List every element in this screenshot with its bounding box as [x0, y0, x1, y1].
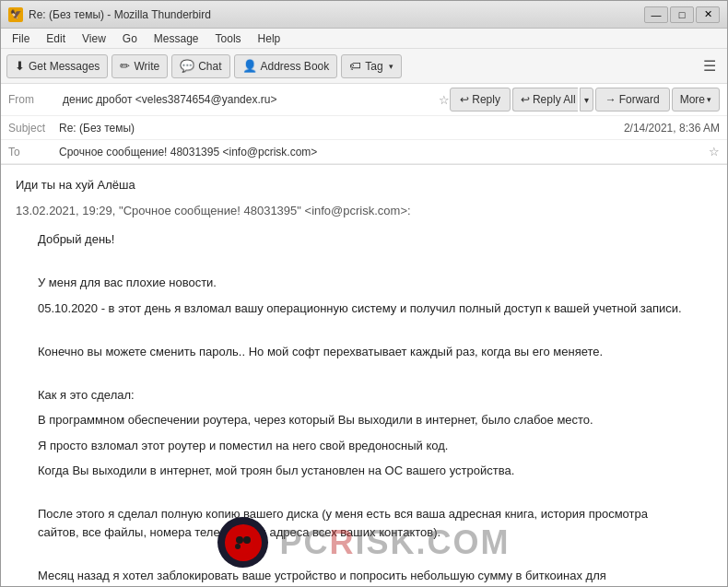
reply-all-dropdown-button[interactable]: ▾ [580, 88, 593, 112]
forward-button[interactable]: → Forward [595, 88, 670, 112]
write-button[interactable]: ✏ Write [112, 54, 168, 78]
para-password: Конечно вы можете сменить пароль.. Но мо… [38, 343, 688, 361]
title-bar: 🦅 Re: (Без темы) - Mozilla Thunderbird —… [1, 1, 727, 29]
chat-button[interactable]: 💬 Chat [171, 54, 229, 78]
reply-all-button[interactable]: ↩ Reply All [512, 88, 578, 112]
email-body-text: Иди ты на хуй Алёша 13.02.2021, 19:29, "… [16, 176, 688, 586]
para-exploit: Я просто взломал этот роутер и поместил … [38, 437, 688, 455]
reply-all-icon: ↩ [521, 93, 530, 106]
from-label: From [8, 93, 59, 106]
quoted-body: Добрый день! У меня для вас плохие новос… [38, 230, 688, 586]
para-bad-news: У меня для вас плохие новости. [38, 274, 688, 292]
main-window: 🦅 Re: (Без темы) - Mozilla Thunderbird —… [0, 0, 728, 587]
header-actions: ↩ Reply ↩ Reply All ▾ → Forward More ▾ [450, 88, 720, 112]
chat-icon: 💬 [180, 59, 194, 73]
window-title: Re: (Без темы) - Mozilla Thunderbird [29, 8, 211, 21]
subject-label: Subject [8, 122, 59, 135]
menu-edit[interactable]: Edit [39, 30, 73, 47]
tag-icon: 🏷 [349, 59, 361, 73]
para-router: В программном обеспечении роутера, через… [38, 411, 688, 429]
from-star-icon[interactable]: ☆ [439, 93, 450, 107]
email-date: 2/14/2021, 8:36 AM [624, 122, 720, 135]
tag-button[interactable]: 🏷 Tag ▾ [341, 54, 401, 78]
menu-help[interactable]: Help [251, 30, 288, 47]
title-bar-left: 🦅 Re: (Без темы) - Mozilla Thunderbird [8, 7, 211, 22]
address-book-icon: 👤 [242, 59, 257, 73]
from-value: денис дробот <veles3874654@yandex.ru> [63, 93, 431, 106]
app-icon: 🦅 [8, 7, 23, 22]
menu-file[interactable]: File [5, 30, 37, 47]
email-body-container[interactable]: Иди ты на хуй Алёша 13.02.2021, 19:29, "… [1, 165, 727, 586]
more-button[interactable]: More ▾ [672, 88, 720, 112]
para-copy: После этого я сделал полную копию вашего… [38, 505, 688, 541]
from-row: From денис дробот <veles3874654@yandex.r… [1, 84, 727, 116]
to-star-icon[interactable]: ☆ [709, 145, 720, 158]
menu-view[interactable]: View [75, 30, 113, 47]
to-row: To Срочное сообщение! 48031395 <info@pcr… [1, 140, 727, 164]
window-controls: — □ ✕ [644, 6, 720, 23]
reply-intro: 13.02.2021, 19:29, "Срочное сообщение! 4… [16, 202, 688, 220]
para-trojan: Когда Вы выходили в интернет, мой троян … [38, 462, 688, 480]
para-hack-date: 05.10.2020 - в этот день я взломал вашу … [38, 299, 688, 318]
menu-go[interactable]: Go [115, 30, 145, 47]
get-messages-icon: ⬇ [15, 59, 25, 73]
reply-all-dropdown-icon: ▾ [584, 95, 589, 105]
para-greeting: Добрый день! [38, 230, 688, 249]
subject-row: Subject Re: (Без темы) 2/14/2021, 8:36 A… [1, 116, 727, 140]
hamburger-menu[interactable]: ☰ [698, 54, 722, 77]
to-value: Срочное сообщение! 48031395 <info@pcrisk… [59, 146, 705, 158]
write-icon: ✏ [120, 59, 130, 73]
address-book-button[interactable]: 👤 Address Book [234, 54, 338, 78]
para-how: Как я это сделал: [38, 386, 688, 405]
reply-icon: ↩ [460, 93, 469, 106]
more-dropdown-icon: ▾ [707, 95, 711, 104]
to-label: To [8, 146, 59, 158]
minimize-button[interactable]: — [644, 6, 668, 23]
subject-value: Re: (Без темы) [59, 122, 624, 135]
maximize-button[interactable]: □ [670, 6, 694, 23]
email-header: From денис дробот <veles3874654@yandex.r… [1, 84, 727, 165]
tag-dropdown-icon: ▾ [389, 62, 393, 71]
menu-tools[interactable]: Tools [208, 30, 249, 47]
close-button[interactable]: ✕ [696, 6, 720, 23]
para-ransom: Месяц назад я хотел заблокировать ваше у… [38, 567, 688, 587]
main-message: Иди ты на хуй Алёша [16, 176, 688, 194]
forward-icon: → [605, 93, 616, 106]
reply-button[interactable]: ↩ Reply [450, 88, 511, 112]
toolbar: ⬇ Get Messages ✏ Write 💬 Chat 👤 Address … [1, 49, 727, 84]
menu-message[interactable]: Message [147, 30, 206, 47]
menu-bar: File Edit View Go Message Tools Help [1, 29, 727, 49]
from-section: From денис дробот <veles3874654@yandex.r… [8, 93, 450, 107]
get-messages-button[interactable]: ⬇ Get Messages [6, 54, 108, 78]
